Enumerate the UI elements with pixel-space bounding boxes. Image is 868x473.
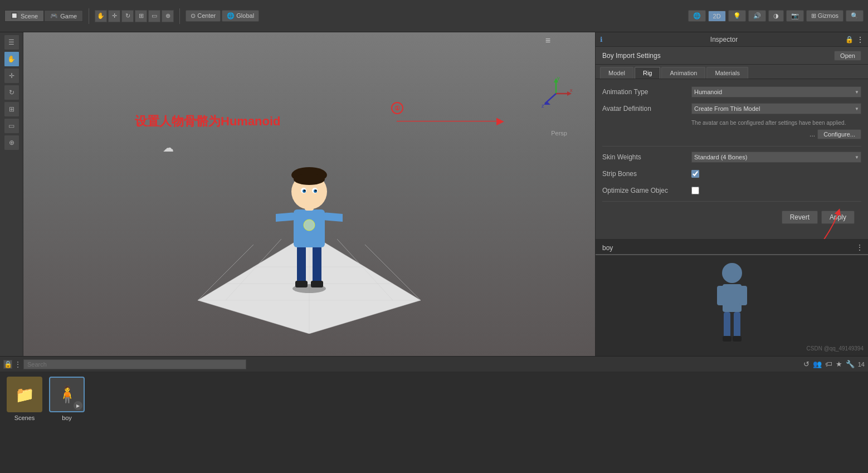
- tab-model[interactable]: Model: [600, 67, 633, 79]
- game-tab[interactable]: 🎮 Game: [44, 10, 83, 22]
- inspector-header: ℹ Inspector 🔒 ⋮: [596, 32, 868, 47]
- open-button[interactable]: Open: [834, 51, 861, 61]
- svg-rect-16: [276, 212, 296, 222]
- strip-bones-checkbox[interactable]: [691, 170, 699, 178]
- camera-btn[interactable]: 📷: [786, 10, 804, 22]
- rotate-tool[interactable]: ↻: [121, 10, 134, 22]
- dots-button[interactable]: ...: [810, 129, 815, 139]
- viewport-menu-btn[interactable]: ≡: [545, 36, 550, 46]
- inspector-content: Boy Import Settings Open Model Rig Anima…: [596, 47, 868, 239]
- svg-text:x: x: [570, 87, 573, 93]
- skin-weights-dropdown-wrapper: Standard (4 Bones) Custom: [691, 152, 861, 163]
- transform-tools: ✋ ✛ ↻ ⊞ ▭ ⊕: [95, 10, 174, 22]
- pivot-btn[interactable]: ⊙ Center: [186, 10, 221, 22]
- avatar-definition-row: Avatar Definition Create From This Model…: [602, 103, 861, 115]
- avatar-definition-select[interactable]: Create From This Model Copy From Other A…: [691, 103, 861, 114]
- move-icon[interactable]: ✛: [4, 68, 19, 84]
- svg-rect-10: [297, 246, 306, 285]
- top-right-tools: 🌐 2D 💡 🔊 ◑ 📷 ⊞ Gizmos 🔍: [688, 10, 864, 22]
- globe-btn[interactable]: 🌐: [688, 10, 706, 22]
- boy-model-figure: 🧍: [57, 385, 77, 404]
- svg-rect-46: [723, 336, 732, 342]
- transform-icon[interactable]: ⊕: [4, 135, 19, 150]
- inspector-menu-icon[interactable]: ⋮: [857, 36, 864, 43]
- scale-tool[interactable]: ⊞: [135, 10, 147, 22]
- refresh-icon[interactable]: ↺: [803, 360, 810, 368]
- audio-btn[interactable]: 🔊: [748, 10, 766, 22]
- bottom-content: 📁 Scenes 🧍 ▶ boy: [0, 372, 868, 473]
- optimize-game-obj-checkbox[interactable]: [691, 187, 699, 194]
- pivot-tools: ⊙ Center 🌐 Global: [186, 10, 259, 22]
- scene-tab[interactable]: 🔲 Scene: [4, 10, 44, 22]
- boy-character: [276, 154, 343, 295]
- left-tool-panel: ☰ ✋ ✛ ↻ ⊞ ▭ ⊕: [0, 32, 23, 356]
- bottom-menu-icon[interactable]: ⋮: [14, 360, 21, 368]
- 2d-btn[interactable]: 2D: [708, 11, 726, 22]
- hand-tool[interactable]: ✋: [95, 10, 107, 22]
- separator-1: [89, 8, 89, 24]
- tag-icon[interactable]: 🏷: [825, 360, 832, 368]
- info-icon: ℹ: [600, 36, 603, 43]
- layers-badge: 14: [858, 361, 865, 368]
- divider-1: [602, 146, 861, 147]
- light-btn[interactable]: 💡: [728, 10, 746, 22]
- left-menu-icon[interactable]: ☰: [4, 35, 19, 50]
- lock-bottom-icon[interactable]: 🔒: [3, 360, 12, 369]
- separator-2: [179, 8, 180, 24]
- boy-model-icon: 🧍 ▶: [49, 377, 85, 412]
- lock-icon[interactable]: 🔒: [845, 36, 854, 43]
- layers-btn[interactable]: ◑: [768, 10, 784, 22]
- top-bar: 🔲 Scene 🎮 Game ✋ ✛ ↻ ⊞ ▭ ⊕ ⊙ Center 🌐 Gl…: [0, 0, 868, 32]
- scenes-label: Scenes: [14, 415, 35, 421]
- tab-rig[interactable]: Rig: [635, 67, 661, 79]
- move-tool[interactable]: ✛: [108, 10, 120, 22]
- svg-rect-12: [295, 281, 308, 287]
- strip-bones-checkbox-wrapper: [691, 170, 861, 178]
- inspector-more-btn[interactable]: ⋮: [856, 243, 864, 252]
- import-settings-bar: Boy Import Settings Open: [596, 47, 868, 65]
- search-input[interactable]: [23, 359, 246, 369]
- skin-weights-row: Skin Weights Standard (4 Bones) Custom: [602, 151, 861, 163]
- svg-point-15: [304, 220, 315, 231]
- star-icon[interactable]: ★: [836, 360, 842, 368]
- boy-asset[interactable]: 🧍 ▶ boy: [49, 377, 85, 469]
- inspector-title: Inspector: [606, 36, 842, 43]
- animation-type-select[interactable]: Humanoid Generic Legacy None: [691, 86, 861, 97]
- strip-bones-row: Strip Bones: [602, 168, 861, 180]
- skin-weights-select[interactable]: Standard (4 Bones) Custom: [691, 152, 861, 163]
- search-btn[interactable]: 🔍: [846, 10, 864, 22]
- gizmo-btn[interactable]: ⊞ Gizmos: [806, 10, 843, 22]
- tab-materials[interactable]: Materials: [706, 67, 748, 79]
- rect-icon[interactable]: ▭: [4, 118, 19, 134]
- boy-label: boy: [62, 415, 72, 421]
- hand-icon[interactable]: ✋: [4, 51, 19, 67]
- bottom-half: 🔒 ⋮ ↺ 👥 🏷 ★ 🔧 14 📁 Scenes 🧍 ▶ boy: [0, 356, 868, 473]
- animation-type-dropdown-wrapper: Humanoid Generic Legacy None: [691, 86, 861, 97]
- persp-label: Persp: [551, 130, 567, 136]
- svg-rect-41: [723, 284, 742, 312]
- main-area: ☰ ✋ ✛ ↻ ⊞ ▭ ⊕ ≡: [0, 32, 868, 356]
- layers-bottom-icon[interactable]: 🔧: [846, 360, 855, 368]
- scene-background: ≡: [23, 32, 595, 356]
- play-badge[interactable]: ▶: [74, 401, 82, 410]
- svg-point-29: [315, 190, 317, 192]
- group-icon[interactable]: 👥: [813, 360, 822, 368]
- rect-tool[interactable]: ▭: [148, 10, 160, 22]
- svg-rect-45: [734, 312, 740, 340]
- tab-animation[interactable]: Animation: [661, 67, 705, 79]
- inspector-tabs: Model Rig Animation Materials: [596, 65, 868, 79]
- scenes-asset[interactable]: 📁 Scenes: [7, 377, 42, 469]
- annotation-arrow: ──────────────▶: [397, 115, 504, 127]
- inspector-bottom-preview: boy ⋮ CSDN @qq_49149394: [596, 239, 868, 356]
- scale-icon[interactable]: ⊞: [4, 101, 19, 117]
- scenes-folder-icon: 📁: [7, 377, 42, 412]
- global-btn[interactable]: 🌐 Global: [222, 10, 259, 22]
- optimize-game-obj-row: Optimize Game Objec: [602, 184, 861, 197]
- rotate-icon[interactable]: ↻: [4, 85, 19, 100]
- svg-text:z: z: [542, 103, 544, 109]
- svg-point-28: [304, 190, 306, 192]
- bottom-toolbar: 🔒 ⋮ ↺ 👥 🏷 ★ 🔧 14: [0, 357, 868, 372]
- configure-button[interactable]: Configure...: [817, 129, 861, 139]
- watermark: CSDN @qq_49149394: [807, 345, 864, 352]
- transform-tool[interactable]: ⊕: [162, 10, 174, 22]
